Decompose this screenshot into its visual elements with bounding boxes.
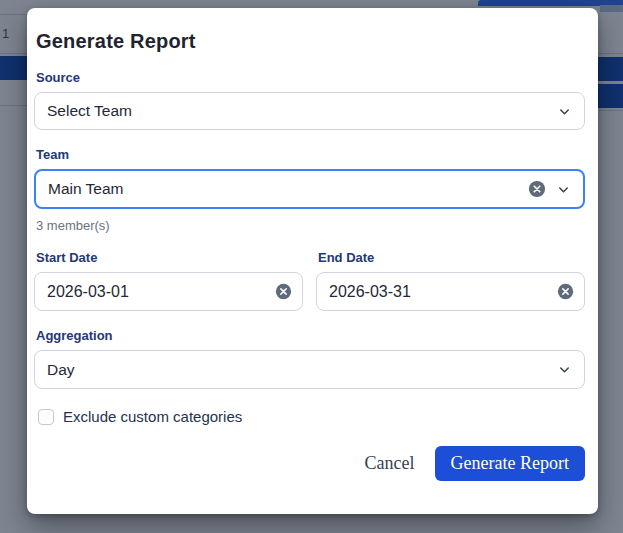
dialog-actions: Cancel Generate Report [34,446,585,481]
background-divider [598,53,623,54]
background-navy-row [0,56,27,80]
background-divider [0,105,27,106]
aggregation-select[interactable]: Day [34,350,585,389]
source-select-value: Select Team [47,102,547,120]
exclude-custom-categories-checkbox[interactable] [38,409,54,425]
end-date-clear-icon[interactable] [557,283,574,300]
end-date-column: End Date [316,233,585,311]
end-date-label: End Date [318,250,585,265]
cancel-button[interactable]: Cancel [355,447,425,480]
background-navy-row [598,57,623,81]
start-date-clear-icon[interactable] [275,283,292,300]
aggregation-select-value: Day [47,361,547,379]
generate-report-dialog: Generate Report Source Select Team Team … [27,8,598,514]
exclude-custom-categories-label[interactable]: Exclude custom categories [63,408,242,425]
generate-report-button[interactable]: Generate Report [435,446,585,481]
team-select-value: Main Team [48,180,528,198]
date-range-row: Start Date End Date [34,233,585,311]
background-page-number: 1 [2,26,9,41]
team-select[interactable]: Main Team [34,169,585,209]
source-label: Source [36,70,585,85]
start-date-column: Start Date [34,233,303,311]
exclude-custom-categories-row: Exclude custom categories [38,408,585,425]
background-divider [0,53,27,54]
start-date-label: Start Date [36,250,303,265]
team-member-count: 3 member(s) [36,218,585,233]
start-date-input[interactable] [34,272,303,311]
end-date-input[interactable] [316,272,585,311]
background-top-corner [600,5,623,12]
source-select[interactable]: Select Team [34,92,585,130]
chevron-down-icon [557,104,572,119]
chevron-down-icon [557,362,572,377]
background-divider [0,14,27,15]
team-clear-icon[interactable] [528,180,546,198]
background-divider [598,110,623,111]
team-label: Team [36,147,585,162]
background-navy-row [598,84,623,108]
dialog-title: Generate Report [36,30,585,53]
chevron-down-icon [556,182,571,197]
aggregation-label: Aggregation [36,328,585,343]
